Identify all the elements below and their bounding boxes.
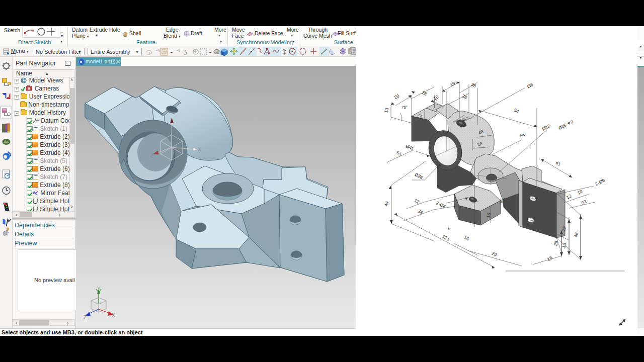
svg-text:Z: Z <box>84 315 87 320</box>
svg-text:76°: 76° <box>401 105 408 110</box>
svg-text:X: X <box>112 313 115 318</box>
svg-text:X: X <box>198 146 202 152</box>
svg-text:Y: Y <box>97 286 101 292</box>
svg-text:Z: Z <box>150 152 154 158</box>
